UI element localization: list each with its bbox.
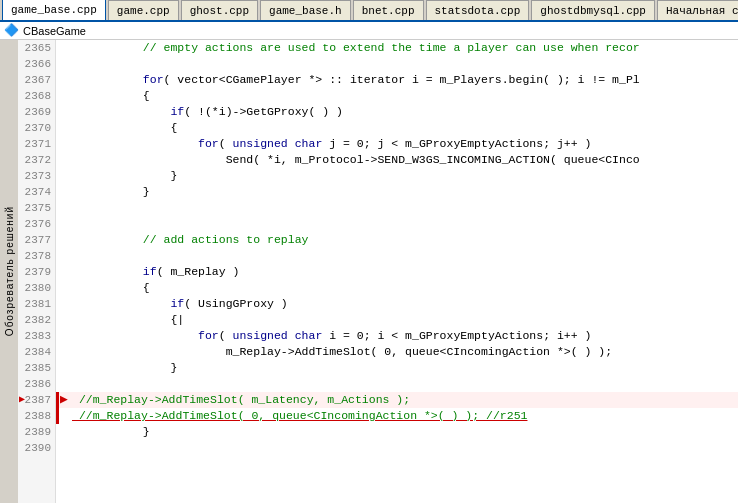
code-line-2372: Send( *i, m_Protocol->SEND_W3GS_INCOMING…	[56, 152, 738, 168]
line-num-2365: 2365	[18, 40, 55, 56]
line-num-2381: 2381	[18, 296, 55, 312]
line-num-2388: 2388	[18, 408, 55, 424]
code-line-2371: for( unsigned char j = 0; j < m_GProxyEm…	[56, 136, 738, 152]
code-line-2365: // empty actions are used to extend the …	[56, 40, 738, 56]
code-line-2384: m_Replay->AddTimeSlot( 0, queue<CIncomin…	[56, 344, 738, 360]
code-line-2390	[56, 440, 738, 456]
sidebar-label: Обозреватель решений	[4, 206, 15, 336]
line-num-2367: 2367	[18, 72, 55, 88]
line-num-2373: 2373	[18, 168, 55, 184]
line-num-2383: 2383	[18, 328, 55, 344]
code-line-2374: }	[56, 184, 738, 200]
line-num-2370: 2370	[18, 120, 55, 136]
tab-ghost-cpp[interactable]: ghost.cpp	[181, 0, 258, 20]
tab-game-base-cpp[interactable]: game_base.cpp	[2, 0, 106, 20]
tab-statsdota-cpp[interactable]: statsdota.cpp	[426, 0, 530, 20]
line-num-2372: 2372	[18, 152, 55, 168]
line-num-2371: 2371	[18, 136, 55, 152]
code-line-2379: if( m_Replay )	[56, 264, 738, 280]
tab-bar: game_base.cpp game.cpp ghost.cpp game_ba…	[0, 0, 738, 22]
line-num-2390: 2390	[18, 440, 55, 456]
code-line-2387: ▶ //m_Replay->AddTimeSlot( m_Latency, m_…	[56, 392, 738, 408]
line-num-2384: 2384	[18, 344, 55, 360]
code-line-2366	[56, 56, 738, 72]
code-line-2388: //m_Replay->AddTimeSlot( 0, queue<CIncom…	[56, 408, 738, 424]
line-num-2386: 2386	[18, 376, 55, 392]
line-num-2387: ▶2387	[18, 392, 55, 408]
code-line-2378	[56, 248, 738, 264]
code-line-2369: if( !(*i)->GetGProxy( ) )	[56, 104, 738, 120]
code-line-2381: if( UsingGProxy )	[56, 296, 738, 312]
line-num-2385: 2385	[18, 360, 55, 376]
code-line-2382: {|	[56, 312, 738, 328]
line-num-2380: 2380	[18, 280, 55, 296]
code-line-2370: {	[56, 120, 738, 136]
code-line-2380: {	[56, 280, 738, 296]
line-num-2374: 2374	[18, 184, 55, 200]
line-num-2379: 2379	[18, 264, 55, 280]
line-numbers-panel: 2365 2366 2367 2368 2369 2370 2371 2372 …	[18, 40, 56, 503]
class-icon: 🔷	[4, 23, 19, 38]
code-line-2376	[56, 216, 738, 232]
tab-bnet-cpp[interactable]: bnet.cpp	[353, 0, 424, 20]
code-line-2367: for( vector<CGamePlayer *> :: iterator i…	[56, 72, 738, 88]
code-line-2386	[56, 376, 738, 392]
tab-game-base-h[interactable]: game_base.h	[260, 0, 351, 20]
class-name: CBaseGame	[23, 25, 86, 37]
code-line-2375	[56, 200, 738, 216]
code-line-2389: }	[56, 424, 738, 440]
code-line-2368: {	[56, 88, 738, 104]
line-num-2375: 2375	[18, 200, 55, 216]
code-line-2383: for( unsigned char i = 0; i < m_GProxyEm…	[56, 328, 738, 344]
left-sidebar: Обозреватель решений	[0, 40, 18, 503]
line-num-2376: 2376	[18, 216, 55, 232]
code-line-2373: }	[56, 168, 738, 184]
tab-start-page[interactable]: Начальная страница	[657, 0, 738, 20]
code-line-2385: }	[56, 360, 738, 376]
line-num-2377: 2377	[18, 232, 55, 248]
editor-wrapper: Обозреватель решений 2365 2366 2367 2368…	[0, 40, 738, 503]
line-num-2369: 2369	[18, 104, 55, 120]
line-num-2368: 2368	[18, 88, 55, 104]
line-num-2382: 2382	[18, 312, 55, 328]
tab-ghostdbmysql-cpp[interactable]: ghostdbmysql.cpp	[531, 0, 655, 20]
line-num-2378: 2378	[18, 248, 55, 264]
code-line-2377: // add actions to replay	[56, 232, 738, 248]
tab-game-cpp[interactable]: game.cpp	[108, 0, 179, 20]
class-bar: 🔷 CBaseGame	[0, 22, 738, 40]
line-num-2366: 2366	[18, 56, 55, 72]
line-num-2389: 2389	[18, 424, 55, 440]
code-area[interactable]: // empty actions are used to extend the …	[56, 40, 738, 503]
